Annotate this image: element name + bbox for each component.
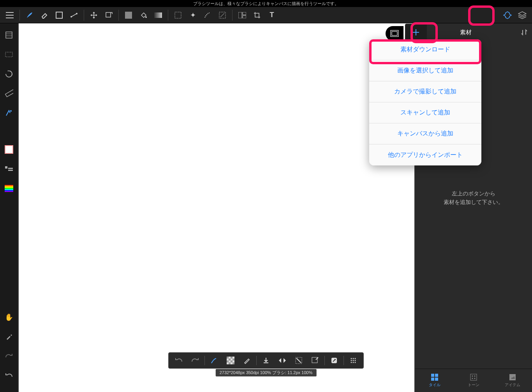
ruler-icon[interactable] [2,86,16,100]
svg-point-48 [351,358,352,359]
save-icon[interactable] [259,354,273,367]
fill-color[interactable] [122,9,135,22]
svg-rect-24 [435,374,438,377]
crop-tool[interactable] [250,9,264,22]
brush-quick-icon[interactable] [207,354,221,367]
svg-rect-23 [431,374,434,377]
svg-rect-16 [5,52,12,57]
path-tool[interactable] [67,9,81,22]
add-material-button[interactable] [405,24,427,41]
tab-item[interactable]: アイテム [493,369,532,392]
transform-tool[interactable] [102,9,115,22]
svg-rect-46 [312,357,317,363]
plus-icon [411,28,421,37]
tone-icon [470,373,477,381]
selection-icon[interactable] [2,47,16,62]
svg-point-55 [353,362,354,363]
gradient-tool[interactable] [151,9,165,22]
sort-icon[interactable] [516,25,532,40]
svg-rect-6 [154,12,162,18]
svg-rect-36 [227,357,229,359]
menu-from-canvas[interactable]: キャンバスから追加 [369,123,481,144]
menu-download-material[interactable]: 素材ダウンロード [369,39,481,60]
svg-point-5 [145,16,147,18]
menu-scan[interactable]: スキャンして追加 [369,102,481,123]
svg-point-31 [474,378,476,379]
eraser-tool[interactable] [38,9,51,22]
hand-tool[interactable]: ✋ [2,310,16,324]
svg-point-51 [351,360,352,361]
rainbow-icon[interactable] [2,181,16,195]
redo-icon[interactable] [188,354,202,367]
svg-rect-43 [233,362,234,364]
shape-tool[interactable] [53,9,66,22]
panel-icon[interactable] [2,28,16,42]
svg-rect-21 [8,168,13,169]
text-tool[interactable]: T [265,9,278,22]
layers-icon[interactable] [516,9,529,22]
svg-rect-25 [431,378,434,381]
flip-icon[interactable] [275,354,289,367]
svg-rect-42 [229,362,231,364]
svg-point-29 [474,376,476,377]
svg-line-9 [220,13,224,17]
svg-rect-27 [470,374,477,380]
menu-camera[interactable]: カメラで撮影して追加 [369,81,481,102]
select-rect-tool[interactable] [171,9,185,22]
status-bar: 2732*2048px 350dpi 100% ブラシ: 11.2px 100% [216,369,317,376]
svg-rect-0 [56,12,62,18]
pen-icon[interactable] [240,354,254,367]
canvas[interactable] [19,23,414,392]
bucket-tool[interactable] [137,9,150,22]
svg-point-53 [355,360,356,361]
bottom-toolbar [168,352,364,369]
edit-icon[interactable] [308,354,322,367]
svg-rect-12 [243,16,246,18]
svg-rect-3 [106,12,111,17]
undo-button[interactable] [2,369,16,383]
select-brush-tool[interactable] [201,9,214,22]
svg-rect-38 [229,359,231,360]
move-tool[interactable] [87,9,100,22]
svg-point-50 [355,358,356,359]
canvas-area [18,23,415,392]
tab-tile[interactable]: タイル [415,369,454,392]
materials-icon[interactable] [501,9,514,22]
color-swatch[interactable] [2,142,16,156]
svg-point-30 [472,378,473,379]
transparency-icon[interactable] [224,354,238,367]
panel-tabs: タイル トーン アイテム [415,369,532,392]
select-eraser-tool[interactable] [216,9,229,22]
tooltip-bar: ブラシツールは、様々なブラシによりキャンバスに描画を行うツールです。 [0,0,532,7]
grid-icon[interactable] [346,354,360,367]
panel-title: 素材 [415,29,516,36]
tab-tone[interactable]: トーン [454,369,493,392]
svg-point-28 [472,376,473,377]
svg-rect-13 [6,32,12,38]
svg-point-54 [351,362,352,363]
brush-tool[interactable] [23,9,36,22]
palette-icon[interactable] [2,162,16,176]
eyedropper-tool[interactable] [2,330,16,344]
left-toolbar: ✋ [0,23,18,392]
svg-rect-39 [233,359,234,360]
svg-rect-7 [175,12,181,18]
svg-rect-40 [227,360,229,362]
view-mode-button[interactable] [386,26,403,41]
menu-import[interactable]: 他のアプリからインポート [369,144,481,165]
frame-tool[interactable] [236,9,249,22]
magic-wand-tool[interactable]: ✦ [186,9,199,22]
menu-button[interactable] [3,9,16,22]
deselect-icon[interactable] [292,354,306,367]
redo-button[interactable] [2,349,16,363]
svg-line-45 [296,358,301,363]
svg-rect-11 [243,12,246,15]
svg-rect-26 [435,378,438,381]
undo-icon[interactable] [172,354,186,367]
rotate-icon[interactable] [2,67,16,81]
item-icon [509,373,516,381]
menu-select-image[interactable]: 画像を選択して追加 [369,60,481,81]
tile-icon [431,373,439,381]
fullscreen-icon[interactable] [327,354,341,367]
reference-icon[interactable] [2,106,16,120]
